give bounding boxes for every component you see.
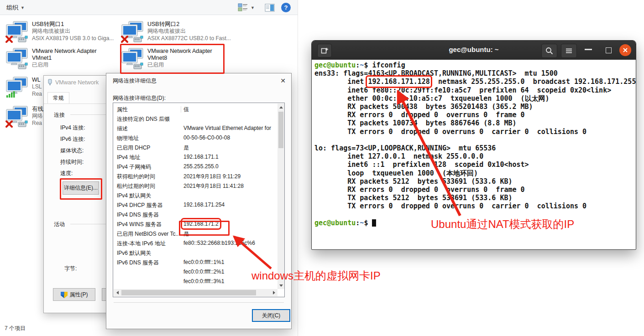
scroll-right-button[interactable] [270, 289, 277, 296]
details-row[interactable]: 物理地址00-50-56-C0-00-08 [113, 133, 277, 143]
property-name: 描述 [117, 125, 128, 133]
property-name: IPv6 DNS 服务器 [117, 259, 159, 267]
menu-button[interactable] [561, 44, 577, 58]
network-adapter-icon [121, 21, 145, 44]
details-row[interactable]: 连接-本地 IPv6 地址fe80::532:2668:b193:215c%6 [113, 238, 277, 248]
details-row[interactable]: IPv4 地址192.168.171.1 [113, 152, 277, 162]
details-row[interactable]: 连接特定的 DNS 后缀 [113, 114, 277, 124]
property-name: 租约过期的时间 [117, 182, 155, 190]
details-row[interactable]: IPv6 DNS 服务器fec0:0:0:ffff::1%1 [113, 258, 277, 267]
duration-label: 持续时间: [60, 158, 84, 166]
details-row[interactable]: 租约过期的时间2021年9月18日 11:41:28 [113, 181, 277, 191]
terminal-line: loop txqueuelen 1000 (本地环回) [314, 169, 635, 177]
speed-label: 速度: [60, 170, 73, 177]
preview-pane-button[interactable] [265, 3, 275, 12]
highlight-box-vmnet8 [120, 44, 225, 74]
property-name: IPv4 WINS 服务器 [117, 221, 162, 228]
property-value: 255.255.255.0 [183, 163, 219, 170]
scroll-up-button[interactable] [277, 103, 284, 111]
terminal-line: inet6 ::1 prefixlen 128 scopeid 0x10<hos… [314, 160, 635, 169]
close-button[interactable]: 关闭(C) [252, 309, 290, 322]
details-row[interactable]: 获得租约的时间2021年9月18日 9:11:29 [113, 171, 277, 181]
search-icon [545, 47, 553, 55]
ipv4-connectivity-label: IPv4 连接: [60, 124, 85, 132]
details-list: 属性 值 连接特定的 DNS 后缀描述VMware Virtual Ethern… [113, 103, 285, 297]
terminal-line: RX errors 0 dropped 0 overruns 0 frame 0 [314, 111, 635, 119]
highlight-box-details-button [60, 178, 102, 200]
property-name: 已启用 NetBIOS over Tc... [117, 230, 180, 238]
terminal-line: inet6 fe80::20c:29ff:fe10:a5c7 prefixlen… [314, 86, 635, 94]
details-row[interactable]: IPv4 子网掩码255.255.255.0 [113, 162, 277, 171]
terminal-line: ether 00:0c:29:10:a5:c7 txqueuelen 1000 … [314, 94, 635, 103]
property-name: IPv4 默认网关 [117, 192, 151, 200]
terminal-line: TX packets 5212 bytes 533691 (533.6 KB) [314, 194, 635, 202]
property-value: 192.168.171.254 [183, 202, 225, 208]
property-name: IPv4 DNS 服务器 [117, 211, 159, 219]
property-value: 2021年9月18日 11:41:28 [183, 182, 244, 190]
network-adapter-icon [47, 79, 52, 86]
screenshot-stage: 组织▼ ▼ [0, 0, 644, 336]
search-button[interactable] [541, 44, 557, 58]
horizontal-scrollbar[interactable] [114, 289, 277, 296]
terminal-line: RX errors 0 dropped 0 overruns 0 frame 0 [314, 186, 635, 194]
close-icon [623, 47, 628, 53]
network-adapter-icon [5, 106, 29, 129]
terminal-line: inet 127.0.0.1 netmask 255.0.0.0 [314, 152, 635, 160]
adapter-device: ASIX AX88772C USB2.0 to Fast... [147, 35, 231, 42]
scrollbar-thumb[interactable] [278, 112, 283, 148]
view-options-button[interactable]: ▼ [238, 3, 255, 12]
property-value: 00-50-56-C0-00-08 [183, 134, 230, 141]
terminal-line [314, 136, 635, 144]
help-button[interactable]: ? [281, 3, 291, 12]
details-row[interactable]: 描述VMware Virtual Ethernet Adapter for [113, 124, 277, 133]
adapter-name: USB转网口2 [147, 21, 231, 28]
maximize-icon[interactable] [606, 47, 612, 53]
organize-menu-button[interactable]: 组织▼ [6, 4, 25, 12]
details-row[interactable]: IPv6 默认网关 [113, 248, 277, 258]
close-button[interactable] [619, 44, 631, 56]
triangle-up-icon [279, 106, 283, 109]
hamburger-icon [565, 48, 572, 54]
property-value: fec0:0:0:ffff::1%1 [183, 259, 224, 265]
dialog-title: 网络连接详细信息 [113, 77, 157, 85]
adapter-status: 网络电缆被拔出 [32, 28, 116, 35]
adapter-item[interactable]: VMware Network Adapter VMnet1已启用 [5, 47, 117, 74]
property-value: VMware Virtual Ethernet Adapter for [183, 125, 271, 131]
connection-section-label: 连接 [54, 111, 65, 119]
divider [114, 302, 284, 303]
tab-general[interactable]: 常规 [47, 92, 69, 104]
close-icon[interactable]: ✕ [277, 76, 288, 86]
minimize-icon[interactable] [585, 49, 592, 50]
column-property: 属性 [117, 106, 128, 114]
column-value: 值 [183, 106, 189, 114]
details-row[interactable]: IPv4 默认网关 [113, 191, 277, 200]
annotation-windows-ip: windows主机的虚拟网卡IP [251, 269, 381, 283]
details-row[interactable]: 已启用 DHCP是 [113, 143, 277, 152]
organize-label: 组织 [6, 4, 18, 11]
property-name: 连接-本地 IPv6 地址 [117, 240, 166, 248]
network-adapter-icon [5, 48, 29, 71]
scroll-left-button[interactable] [114, 289, 121, 296]
network-adapter-icon [5, 77, 29, 99]
adapter-item[interactable]: USB转网口2网络电缆被拔出ASIX AX88772C USB2.0 to Fa… [121, 21, 232, 47]
properties-button[interactable]: 属性(P) [53, 288, 95, 301]
column-divider [181, 106, 181, 113]
details-row[interactable]: IPv4 DNS 服务器 [113, 210, 277, 219]
network-adapter-icon [5, 21, 29, 44]
adapter-item[interactable]: USB转网口1网络电缆被拔出ASIX AX88179 USB 3.0 to Gi… [5, 21, 117, 47]
terminal-titlebar[interactable]: gec@ubuntu: ~ [312, 41, 636, 60]
vertical-scrollbar[interactable] [277, 103, 284, 289]
vmware-dialog-title: VMware Network [47, 79, 99, 86]
details-list-label: 网络连接详细信息(D): [113, 94, 166, 102]
adapter-status: 已启用 [32, 62, 116, 69]
view-list-icon [238, 3, 248, 12]
bytes-label: 字节: [64, 265, 77, 273]
property-value: 192.168.171.1 [183, 154, 219, 160]
details-row[interactable]: IPv4 DHCP 服务器192.168.171.254 [113, 200, 277, 210]
activity-section-label: 活动 [54, 221, 65, 228]
property-value: 是 [183, 144, 189, 152]
scrollbar-thumb[interactable] [121, 290, 256, 295]
property-name: 物理地址 [117, 134, 139, 142]
terminal-line: TX errors 0 dropped 0 overruns 0 carrier… [314, 202, 635, 210]
property-value: fec0:0:0:ffff::3%1 [183, 278, 224, 284]
